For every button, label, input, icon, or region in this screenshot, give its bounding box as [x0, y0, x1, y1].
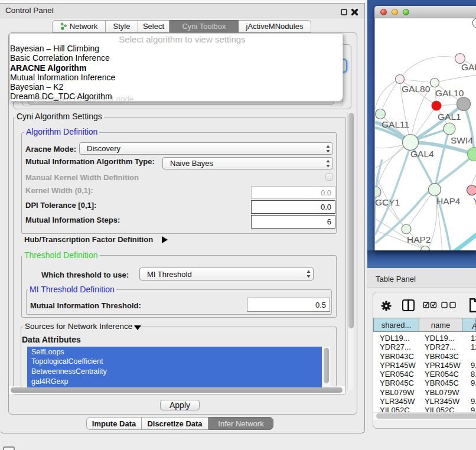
- svg-text:GAL10: GAL10: [435, 88, 464, 98]
- svg-text:SWI4: SWI4: [451, 135, 473, 145]
- svg-text:GAL11: GAL11: [382, 119, 409, 129]
- svg-text:GCY1: GCY1: [375, 197, 400, 207]
- svg-text:GAL4: GAL4: [410, 149, 434, 159]
- svg-text:HAP4: HAP4: [436, 196, 461, 206]
- svg-text:GAL7: GAL7: [461, 62, 476, 72]
- svg-text:Y: Y: [473, 196, 476, 206]
- svg-text:GAL80: GAL80: [402, 84, 431, 94]
- svg-text:HAP2: HAP2: [407, 234, 431, 244]
- svg-text:GAL1: GAL1: [438, 112, 461, 122]
